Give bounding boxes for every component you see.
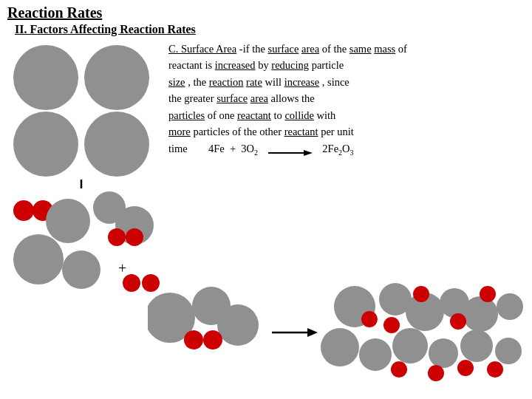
svg-point-23 — [184, 330, 203, 349]
top-diagram-svg — [7, 41, 163, 188]
svg-point-24 — [203, 330, 222, 349]
svg-point-34 — [359, 338, 392, 371]
svg-point-35 — [392, 328, 428, 364]
svg-point-14 — [62, 250, 100, 289]
svg-point-1 — [84, 45, 149, 110]
svg-point-16 — [123, 274, 140, 292]
svg-point-8 — [46, 199, 90, 243]
svg-point-40 — [383, 317, 400, 333]
svg-point-39 — [361, 311, 378, 327]
section-title: II. Factors Affecting Reaction Rates — [15, 23, 525, 36]
svg-point-42 — [450, 313, 466, 330]
svg-point-38 — [495, 338, 522, 364]
svg-point-45 — [428, 365, 444, 381]
svg-point-6 — [13, 200, 34, 221]
svg-marker-26 — [307, 328, 318, 337]
svg-point-11 — [108, 228, 126, 246]
bottom-left-svg: + — [7, 188, 163, 299]
svg-point-33 — [321, 328, 359, 366]
svg-point-43 — [480, 286, 496, 302]
left-diagram: + — [7, 41, 163, 299]
svg-point-3 — [84, 112, 149, 177]
svg-point-37 — [460, 330, 493, 362]
svg-point-13 — [13, 234, 64, 284]
svg-text:+: + — [118, 260, 126, 276]
svg-point-31 — [463, 296, 498, 332]
svg-point-46 — [457, 360, 474, 376]
svg-point-2 — [13, 112, 78, 177]
bottom-diagram-svg — [148, 273, 532, 392]
svg-point-22 — [217, 304, 259, 346]
subsection-label: C. Surface Area — [168, 43, 236, 55]
bottom-diagrams — [148, 273, 532, 392]
svg-point-32 — [497, 293, 523, 320]
svg-point-44 — [391, 361, 407, 378]
svg-point-41 — [413, 286, 429, 302]
page-title: Reaction Rates — [7, 4, 525, 21]
svg-point-47 — [487, 361, 503, 378]
svg-point-12 — [126, 228, 143, 246]
svg-point-0 — [13, 45, 78, 110]
svg-point-36 — [429, 338, 458, 368]
text-block: C. Surface Area -if the surface area of … — [163, 41, 525, 299]
svg-marker-19 — [304, 150, 313, 156]
equation: 4Fe + 3O2 2Fe2O3 — [208, 140, 354, 158]
text-line-1: -if the surface area of the same mass of… — [168, 43, 407, 154]
